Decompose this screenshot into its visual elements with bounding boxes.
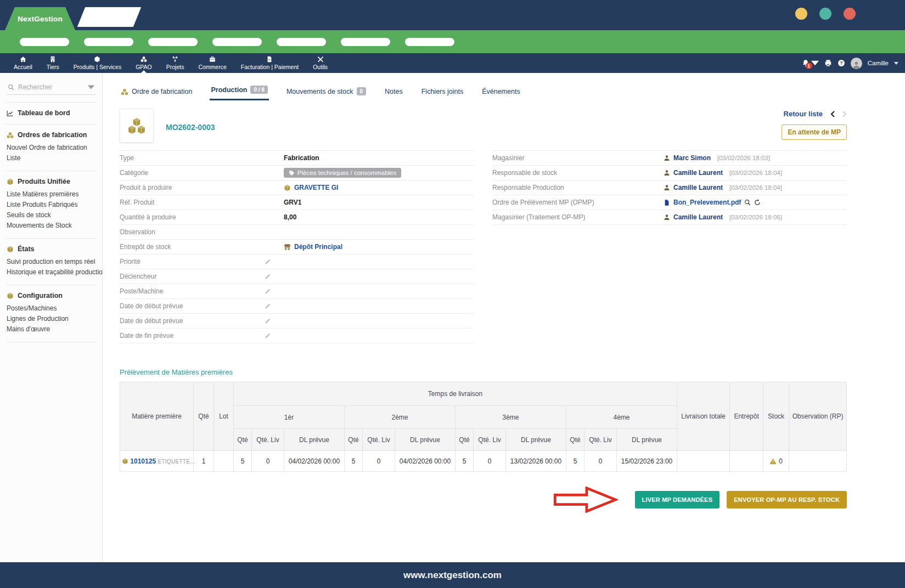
- nav-item-tiers[interactable]: Tiers: [40, 53, 66, 73]
- edit-pencil-icon[interactable]: [265, 288, 271, 295]
- edit-pencil-icon[interactable]: [265, 303, 271, 309]
- chevron-right-icon[interactable]: [842, 111, 847, 117]
- cell-entrepot: [730, 451, 763, 472]
- category-badge: Pièces techniques / consommables: [284, 168, 401, 178]
- sidebar-item-liste-produits-fabriques[interactable]: Liste Produits Fabriqués: [7, 200, 95, 210]
- liver-mp-button[interactable]: LIVER MP DEMANDÉES: [635, 491, 720, 508]
- tab-label: Production: [211, 86, 247, 94]
- nav-item-outils[interactable]: Outils: [306, 53, 335, 73]
- mp-table: Matière première Qté Lot Temps de livrai…: [120, 382, 847, 472]
- user-link[interactable]: Camille Laurent: [673, 213, 723, 221]
- sidebar-item-suivi-production[interactable]: Suivi production en temps réel: [7, 257, 95, 267]
- sidebar-item-dashboard[interactable]: Tableau de bord: [7, 109, 95, 117]
- edit-pencil-icon[interactable]: [265, 318, 271, 324]
- tools-icon: [317, 56, 324, 63]
- back-to-list-link[interactable]: Retour liste: [784, 110, 823, 118]
- order-details: Type Fabrication Catégorie Pièces techni…: [120, 150, 847, 343]
- pdf-link[interactable]: Bon_Prelevement.pdf: [673, 199, 741, 206]
- window-dot-yellow[interactable]: [795, 8, 807, 20]
- user-avatar[interactable]: [851, 58, 862, 69]
- field-label: Magasinier (Traitement OP-MP): [492, 213, 654, 221]
- user-link[interactable]: Camille Laurent: [673, 184, 723, 191]
- chevron-left-icon[interactable]: [830, 111, 835, 117]
- material-name: ETIQUETTE...: [158, 459, 195, 465]
- material-code-link[interactable]: 1010125: [130, 457, 156, 465]
- subcol-qte: Qté: [566, 429, 584, 451]
- envoyer-opmp-button[interactable]: ENVOYER OP-MP AU RESP. STOCK: [727, 491, 847, 508]
- sidebar-item-mains-oeuvre[interactable]: Mains d'œuvre: [7, 324, 95, 335]
- chevron-down-icon[interactable]: [88, 84, 94, 91]
- edit-pencil-icon[interactable]: [265, 273, 271, 280]
- detail-row-date-debut-1: Date de début prévue: [120, 299, 474, 314]
- sidebar-section-title: Ordres de fabrication: [18, 131, 87, 139]
- red-arrow-annotation: [553, 487, 618, 513]
- search-input[interactable]: [18, 83, 83, 91]
- sidebar-item-liste-matieres[interactable]: Liste Matières premières: [7, 189, 95, 200]
- magnifier-icon[interactable]: [744, 199, 751, 206]
- tab-ordre-de-fabrication[interactable]: Ordre de fabrication: [120, 84, 193, 100]
- sidebar-item-seuils-stock[interactable]: Seuils de stock: [7, 210, 95, 220]
- cube-icon: [284, 184, 291, 191]
- status-badge: En attente de MP: [782, 125, 847, 140]
- warehouse-link[interactable]: Dépôt Principal: [294, 243, 342, 251]
- tab-evenements[interactable]: Événements: [481, 84, 521, 100]
- detail-row-opmp: Ordre de Prélèvement MP (OPMP) Bon_Prele…: [492, 195, 846, 210]
- sidebar-item-postes-machines[interactable]: Postes/Machines: [7, 303, 95, 314]
- subcol-dl-prevue: DL prévue: [506, 429, 566, 451]
- logo[interactable]: NextGestion: [5, 7, 75, 30]
- cell-d2-liv: 0: [363, 451, 395, 472]
- cell-d3-qte: 5: [456, 451, 474, 472]
- printer-icon[interactable]: [824, 59, 832, 67]
- sidebar-section-title: États: [18, 245, 35, 253]
- nav-label: Produits | Services: [74, 64, 121, 70]
- divider: [5, 171, 97, 171]
- sidebar-section-produits-unifiee[interactable]: Produits Unifiée: [7, 178, 95, 185]
- sidebar-section-etats[interactable]: États: [7, 245, 95, 253]
- timestamp: [03/02/2026 18:03]: [717, 155, 770, 161]
- sidebar-item-liste[interactable]: Liste: [7, 153, 95, 163]
- nav-item-accueil[interactable]: Accueil: [7, 53, 40, 73]
- edit-pencil-icon[interactable]: [265, 258, 271, 265]
- field-label: Magasinier: [492, 154, 654, 162]
- sidebar-item-historique-tracabilite[interactable]: Historique et traçabilité production: [7, 267, 95, 278]
- content-panel: Ordre de fabrication Production 0 / 8 Mo…: [103, 73, 905, 562]
- subcol-qte-liv: Qté. Liv: [252, 429, 284, 451]
- details-left: Type Fabrication Catégorie Pièces techni…: [120, 150, 474, 343]
- user-link[interactable]: Camille Laurent: [673, 169, 723, 177]
- nav-item-gpao[interactable]: GPAO: [128, 53, 159, 73]
- cubes-icon: [140, 56, 147, 63]
- col-observation-rp: Observation (RP): [789, 382, 847, 451]
- col-livraison-totale: Livraison totale: [677, 382, 730, 451]
- subcol-qte-liv: Qté. Liv: [474, 429, 506, 451]
- app-window: NextGestion Accueil Tiers Produits | Ser: [0, 0, 905, 588]
- field-label: Poste/Machine: [120, 287, 274, 295]
- field-label: Type: [120, 154, 274, 162]
- sidebar-section-ordres-fabrication[interactable]: Ordres de fabrication: [7, 131, 95, 139]
- product-link[interactable]: GRAVETTE GI: [294, 184, 338, 191]
- tab-production[interactable]: Production 0 / 8: [210, 82, 268, 100]
- details-right: Magasinier Marc Simon [03/02/2026 18:03]…: [492, 150, 846, 343]
- tab-mouvements-de-stock[interactable]: Mouvements de stock 0: [285, 84, 367, 100]
- edit-pencil-icon[interactable]: [265, 332, 271, 339]
- subcol-qte: Qté: [456, 429, 474, 451]
- sitemap-icon: [172, 56, 178, 63]
- help-icon[interactable]: [837, 59, 845, 67]
- user-menu[interactable]: Camille: [868, 60, 889, 66]
- sidebar-item-mouvements-stock[interactable]: Mouvements de Stock: [7, 220, 95, 231]
- window-dot-red[interactable]: [844, 8, 856, 20]
- detail-row-resp-production: Responsable Production Camille Laurent […: [492, 180, 846, 195]
- user-link[interactable]: Marc Simon: [673, 154, 711, 162]
- nav-item-commerce[interactable]: Commerce: [191, 53, 233, 73]
- refresh-icon[interactable]: [754, 199, 761, 206]
- nav-item-projets[interactable]: Projets: [159, 53, 192, 73]
- tab-fichiers-joints[interactable]: Fichiers joints: [420, 84, 464, 100]
- notifications-button[interactable]: 1: [802, 59, 819, 67]
- window-dot-teal[interactable]: [819, 8, 831, 20]
- detail-row-magasinier: Magasinier Marc Simon [03/02/2026 18:03]: [492, 151, 846, 166]
- sidebar-item-lignes-production[interactable]: Lignes de Production: [7, 314, 95, 324]
- nav-item-produits-services[interactable]: Produits | Services: [66, 53, 128, 73]
- nav-item-facturation[interactable]: Facturation | Paiement: [234, 53, 306, 73]
- sidebar-section-configuration[interactable]: Configuration: [7, 292, 95, 299]
- tab-notes[interactable]: Notes: [384, 84, 404, 100]
- sidebar-item-nouvel-ordre[interactable]: Nouvel Ordre de fabrication: [7, 143, 95, 153]
